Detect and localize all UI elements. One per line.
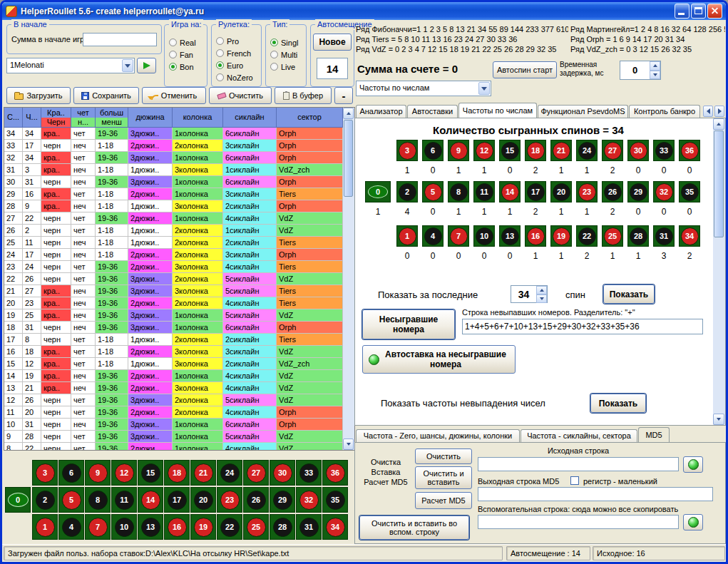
- scroll-up-button[interactable]: [713, 118, 724, 130]
- table-row[interactable]: 3317черннеч1-182дюжи..2колонка3сиклайнOr…: [4, 140, 343, 152]
- freq-number-15[interactable]: 15: [499, 140, 521, 161]
- maximize-button[interactable]: [691, 4, 706, 19]
- board-number-24[interactable]: 24: [217, 460, 242, 486]
- column-header[interactable]: дюжина: [128, 108, 173, 128]
- run-preset-button[interactable]: [137, 58, 156, 73]
- freq-number-23[interactable]: 23: [576, 181, 598, 202]
- close-button[interactable]: [707, 4, 722, 19]
- column-header[interactable]: Ч...: [23, 108, 41, 128]
- undo-button[interactable]: Отменить: [142, 87, 206, 104]
- table-row[interactable]: 289кра..неч1-181дюжи..3колонка2сиклайнOr…: [4, 200, 343, 212]
- show-last-down-button[interactable]: [536, 294, 547, 303]
- freq-number-9[interactable]: 9: [448, 140, 469, 161]
- freq-number-1[interactable]: 1: [396, 225, 418, 247]
- freq-number-21[interactable]: 21: [550, 140, 572, 161]
- radio-pro[interactable]: Pro: [216, 36, 253, 46]
- table-row[interactable]: 313кра..неч1-181дюжи..3колонка1сиклайнVd…: [4, 164, 343, 176]
- board-number-15[interactable]: 15: [138, 460, 163, 486]
- table-row[interactable]: 1925кра..неч19-363дюжи..1колонка5сиклайн…: [4, 309, 343, 322]
- freq-number-35[interactable]: 35: [679, 181, 700, 202]
- minimize-button[interactable]: [675, 4, 689, 19]
- board-number-16[interactable]: 16: [164, 514, 190, 540]
- table-row[interactable]: 3234кра..чет19-363дюжи..1колонка6сиклайн…: [4, 152, 343, 164]
- table-row[interactable]: 1321кра..неч19-362дюжи..3колонка4сиклайн…: [4, 382, 343, 394]
- radio-multi[interactable]: Multi: [270, 50, 298, 59]
- mode-combobox[interactable]: Частоты по числам: [356, 81, 491, 96]
- table-row[interactable]: 3031черннеч19-363дюжи..1колонка6сиклайнO…: [4, 176, 343, 188]
- column-header[interactable]: четн...: [71, 108, 96, 128]
- freq-number-33[interactable]: 33: [653, 140, 675, 161]
- table-row[interactable]: 1419кра..неч19-362дюжи..1колонка4сиклайн…: [4, 370, 343, 382]
- board-number-21[interactable]: 21: [190, 460, 216, 486]
- board-number-1[interactable]: 1: [32, 514, 58, 540]
- md5-source-go-button[interactable]: [683, 456, 703, 473]
- board-number-36[interactable]: 36: [322, 460, 348, 486]
- scroll-up-button[interactable]: [343, 108, 354, 119]
- scrollbar-thumb[interactable]: [714, 130, 724, 237]
- board-number-0[interactable]: 0: [5, 487, 31, 513]
- md5-source-input[interactable]: [478, 457, 679, 471]
- md5-calc-button[interactable]: Расчет MD5: [415, 492, 472, 509]
- tab-psevdoms[interactable]: Функционал PsevdoMS: [538, 105, 628, 118]
- freq-number-18[interactable]: 18: [525, 140, 546, 161]
- board-number-3[interactable]: 3: [32, 460, 58, 486]
- table-scrollbar[interactable]: [343, 108, 354, 450]
- tab-scroll-left-button[interactable]: [703, 106, 713, 117]
- table-row[interactable]: 2511черннеч1-181дюжи..2колонка2сиклайнTi…: [4, 237, 343, 249]
- board-number-19[interactable]: 19: [190, 514, 216, 540]
- freq-number-7[interactable]: 7: [448, 225, 469, 247]
- table-row[interactable]: 1831черннеч19-363дюжи..1колонка6сиклайнO…: [4, 322, 343, 334]
- md5-clear-paste-aux-button[interactable]: Очистить и вставить во вспом. строку: [359, 516, 469, 540]
- scrollbar-thumb[interactable]: [344, 120, 353, 197]
- column-header[interactable]: С...: [4, 108, 23, 128]
- scroll-down-button[interactable]: [713, 414, 724, 425]
- table-row[interactable]: 1031черннеч19-363дюжи..1колонка6сиклайнO…: [4, 419, 343, 431]
- table-row[interactable]: 178чернчет1-181дюжи..2колонка2сиклайнTie…: [4, 334, 343, 346]
- save-button[interactable]: Сохранить: [73, 87, 139, 104]
- board-number-31[interactable]: 31: [296, 514, 322, 540]
- board-number-32[interactable]: 32: [296, 487, 322, 513]
- column-header[interactable]: колонка: [173, 108, 223, 128]
- board-number-4[interactable]: 4: [58, 514, 84, 540]
- freq-number-8[interactable]: 8: [448, 181, 469, 202]
- md5-aux-input[interactable]: [478, 515, 679, 529]
- freq-number-19[interactable]: 19: [550, 225, 572, 247]
- table-row[interactable]: 2127кра..неч19-363дюжи..3колонка5сиклайн…: [4, 285, 343, 297]
- delay-down-button[interactable]: [650, 71, 660, 80]
- table-row[interactable]: 2226чернчет19-363дюжи..2колонка5сиклайнV…: [4, 273, 343, 285]
- autobet-missed-button[interactable]: Автоставка на несыгравшие номера: [362, 345, 516, 374]
- board-number-28[interactable]: 28: [270, 514, 295, 540]
- table-row[interactable]: 928чернчет19-363дюжи..1колонка5сиклайнVd…: [4, 431, 343, 443]
- md5-clear-button[interactable]: Очистить: [415, 448, 472, 464]
- freq-number-25[interactable]: 25: [602, 225, 623, 247]
- tab-number-frequencies[interactable]: Частоты по числам: [458, 103, 537, 118]
- tab-scroll-right-button[interactable]: [714, 106, 724, 117]
- board-number-23[interactable]: 23: [217, 487, 242, 513]
- board-number-18[interactable]: 18: [164, 460, 190, 486]
- freq-number-13[interactable]: 13: [499, 225, 521, 247]
- show-last-spinner[interactable]: 34: [511, 285, 548, 303]
- column-header[interactable]: сектор: [277, 108, 343, 128]
- md5-clear-paste-button[interactable]: Очистить и вставить: [415, 466, 472, 489]
- column-header[interactable]: Кра..Черн: [41, 108, 71, 128]
- freq-number-32[interactable]: 32: [653, 181, 675, 202]
- minus-button[interactable]: -: [334, 87, 353, 104]
- delay-spinner[interactable]: 0: [620, 61, 661, 80]
- table-row[interactable]: 2916кра..чет1-182дюжи..1колонка3сиклайнT…: [4, 188, 343, 200]
- freq-number-24[interactable]: 24: [576, 140, 598, 161]
- table-row[interactable]: 2417черннеч1-182дюжи..2колонка3сиклайнOr…: [4, 249, 343, 261]
- board-number-10[interactable]: 10: [111, 514, 137, 540]
- board-number-33[interactable]: 33: [296, 460, 322, 486]
- freq-number-20[interactable]: 20: [550, 181, 572, 202]
- copy-buffer-button[interactable]: В буфер: [275, 87, 332, 104]
- missed-string-input[interactable]: [462, 319, 703, 334]
- table-row[interactable]: 1226чернчет19-363дюжи..2колонка5сиклайнV…: [4, 394, 343, 406]
- board-number-35[interactable]: 35: [322, 487, 348, 513]
- board-number-13[interactable]: 13: [138, 514, 163, 540]
- tab-bankroll-control[interactable]: Контроль банкро: [629, 105, 700, 118]
- freq-number-22[interactable]: 22: [576, 225, 598, 247]
- board-number-29[interactable]: 29: [270, 487, 295, 513]
- show-last-button[interactable]: Показать: [603, 284, 655, 304]
- table-row[interactable]: 2324чернчет19-362дюжи..3колонка4сиклайнT…: [4, 261, 343, 273]
- board-number-30[interactable]: 30: [270, 460, 295, 486]
